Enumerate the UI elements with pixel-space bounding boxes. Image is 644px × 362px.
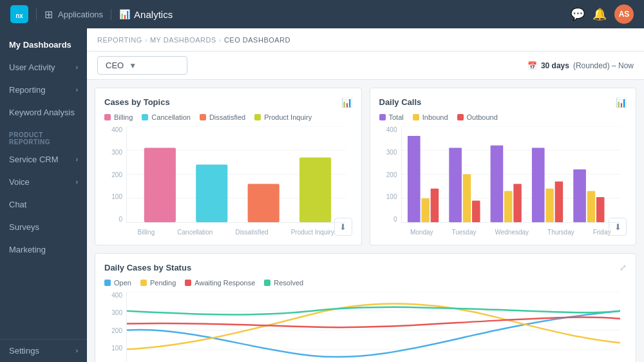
sidebar: My Dashboards User Activity › Reporting … bbox=[0, 28, 87, 362]
charts-top-row: 📊 Cases by Topics Billing Cancellation bbox=[95, 88, 636, 245]
legend-awaiting: Awaiting Response bbox=[185, 279, 255, 287]
legend-dot-product-inquiry bbox=[254, 114, 261, 120]
breadcrumb-sep1: › bbox=[145, 36, 147, 44]
sidebar-item-chat[interactable]: Chat bbox=[0, 193, 87, 216]
svg-rect-21 bbox=[504, 191, 513, 222]
sidebar-item-my-dashboards[interactable]: My Dashboards bbox=[0, 33, 87, 56]
chevron-icon: › bbox=[76, 64, 78, 71]
logo[interactable]: nx bbox=[10, 5, 28, 23]
daily-calls-download-button[interactable]: ⬇ bbox=[609, 218, 627, 236]
legend-resolved: Resolved bbox=[264, 279, 303, 287]
daily-calls-card: 📊 Daily Calls Total Inbound bbox=[370, 88, 637, 245]
y-label-0: 0 bbox=[104, 216, 122, 223]
legend-label-awaiting: Awaiting Response bbox=[194, 279, 255, 287]
status-chart-area: 400 300 200 100 0 bbox=[104, 292, 627, 362]
sc-y-200: 200 bbox=[104, 327, 122, 334]
x-label-dissatisfied: Dissatisfied bbox=[235, 229, 268, 236]
nav-section: ⊞ Applications bbox=[36, 8, 103, 21]
svg-rect-18 bbox=[462, 175, 471, 223]
svg-rect-7 bbox=[196, 165, 227, 222]
svg-rect-25 bbox=[554, 182, 563, 222]
sidebar-item-settings[interactable]: Settings › bbox=[0, 339, 87, 362]
x-label-billing: Billing bbox=[138, 229, 155, 236]
dropdown-label: CEO bbox=[106, 61, 124, 70]
chevron-icon: › bbox=[76, 86, 78, 93]
legend-billing: Billing bbox=[104, 113, 133, 121]
svg-rect-23 bbox=[531, 148, 544, 222]
main-content: Reporting › My Dashboards › CEO Dashboar… bbox=[87, 28, 644, 362]
date-suffix: (Rounded) – Now bbox=[573, 61, 634, 70]
legend-dot-dissatisfied bbox=[200, 114, 206, 120]
grid-icon[interactable]: ⊞ bbox=[44, 8, 53, 21]
legend-dissatisfied: Dissatisfied bbox=[200, 113, 245, 121]
page-title-area: 📊 Analytics bbox=[111, 9, 173, 20]
status-line-svg bbox=[127, 292, 620, 362]
legend-label-product-inquiry: Product Inquiry bbox=[264, 113, 312, 121]
y-label-400: 400 bbox=[104, 126, 122, 133]
chevron-icon: › bbox=[76, 347, 78, 354]
svg-rect-22 bbox=[513, 184, 522, 222]
y-label-200: 200 bbox=[104, 171, 122, 178]
cases-x-labels: Billing Cancellation Dissatisfied Produc… bbox=[126, 229, 346, 236]
svg-rect-26 bbox=[573, 169, 586, 222]
breadcrumb-reporting[interactable]: Reporting bbox=[97, 36, 142, 44]
sidebar-item-keyword-analysis[interactable]: Keyword Analysis bbox=[0, 101, 87, 124]
layout: My Dashboards User Activity › Reporting … bbox=[0, 28, 644, 362]
date-range-display: 📅 30 days (Rounded) – Now bbox=[527, 61, 634, 70]
breadcrumb-bar: Reporting › My Dashboards › CEO Dashboar… bbox=[87, 28, 644, 52]
status-legend: Open Pending Awaiting Response Resolved bbox=[104, 279, 627, 287]
legend-label-outbound: Outbound bbox=[467, 113, 498, 121]
section-label: Applications bbox=[58, 10, 103, 19]
legend-product-inquiry: Product Inquiry bbox=[254, 113, 312, 121]
cases-download-button[interactable]: ⬇ bbox=[334, 218, 352, 236]
dc-y-400: 400 bbox=[379, 126, 397, 133]
sidebar-label-settings: Settings bbox=[9, 346, 39, 356]
cases-by-topics-card: 📊 Cases by Topics Billing Cancellation bbox=[95, 88, 362, 245]
svg-rect-19 bbox=[471, 200, 480, 222]
cases-bar-svg bbox=[127, 126, 346, 222]
sidebar-item-voice[interactable]: Voice › bbox=[0, 171, 87, 193]
svg-rect-27 bbox=[587, 191, 595, 222]
ceo-dropdown[interactable]: CEO ▼ bbox=[97, 56, 187, 75]
legend-dot-pending bbox=[140, 280, 147, 286]
breadcrumb: Reporting › My Dashboards › CEO Dashboar… bbox=[97, 36, 290, 44]
svg-text:nx: nx bbox=[15, 12, 23, 19]
sidebar-item-reporting[interactable]: Reporting › bbox=[0, 79, 87, 101]
expand-icon: ⤢ bbox=[620, 263, 627, 272]
sidebar-item-service-crm[interactable]: Service CRM › bbox=[0, 148, 87, 171]
legend-label-cancellation: Cancellation bbox=[151, 113, 191, 121]
sidebar-item-user-activity[interactable]: User Activity › bbox=[0, 56, 87, 79]
dc-x-thursday: Thursday bbox=[547, 229, 574, 236]
breadcrumb-current: CEO Dashboard bbox=[224, 36, 290, 44]
legend-label-pending: Pending bbox=[150, 279, 176, 287]
sidebar-item-marketing[interactable]: Marketing bbox=[0, 238, 87, 261]
logo-icon: nx bbox=[10, 5, 28, 23]
user-avatar[interactable]: AS bbox=[614, 5, 634, 24]
sidebar-label-voice: Voice bbox=[9, 177, 30, 187]
svg-rect-15 bbox=[421, 198, 430, 222]
legend-total: Total bbox=[379, 113, 404, 121]
legend-dot-total bbox=[379, 114, 386, 120]
legend-pending: Pending bbox=[140, 279, 176, 287]
page-title: Analytics bbox=[134, 9, 173, 20]
daily-calls-svg bbox=[402, 126, 621, 222]
legend-label-dissatisfied: Dissatisfied bbox=[209, 113, 245, 121]
svg-rect-8 bbox=[248, 184, 279, 222]
status-y-axis: 400 300 200 100 0 bbox=[104, 292, 122, 362]
legend-cancellation: Cancellation bbox=[142, 113, 191, 121]
svg-rect-28 bbox=[596, 197, 604, 222]
legend-label-billing: Billing bbox=[114, 113, 133, 121]
breadcrumb-dashboards[interactable]: My Dashboards bbox=[150, 36, 216, 44]
x-label-product-inquiry: Product Inquiry bbox=[291, 229, 334, 236]
sc-y-300: 300 bbox=[104, 309, 122, 316]
cases-legend: Billing Cancellation Dissatisfied P bbox=[104, 113, 352, 121]
cases-chart-area: 400 300 200 100 0 bbox=[104, 126, 352, 236]
sidebar-item-surveys[interactable]: Surveys bbox=[0, 216, 87, 238]
chevron-icon: › bbox=[76, 178, 78, 186]
daily-cases-status-card: ⤢ Daily Cases by Status Open Pending Awa… bbox=[95, 253, 636, 362]
notification-icon[interactable]: 🔔 bbox=[592, 7, 607, 21]
y-label-300: 300 bbox=[104, 149, 122, 156]
chat-icon[interactable]: 💬 bbox=[571, 7, 585, 21]
sc-y-400: 400 bbox=[104, 292, 122, 299]
cases-y-axis: 400 300 200 100 0 bbox=[104, 126, 122, 223]
